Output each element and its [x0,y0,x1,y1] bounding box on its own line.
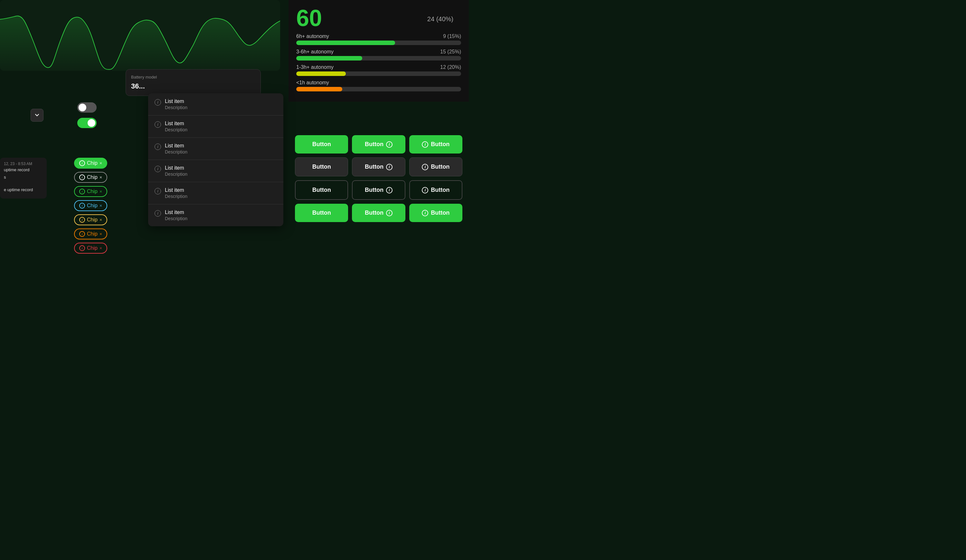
list-info-icon-4: i [154,188,161,194]
button-green-4[interactable]: Button [295,204,348,222]
stats-panel: 60 24 (40%) 6h+ autonomy 9 (15%) 3-6h+ a… [289,0,469,102]
list-item-5[interactable]: i List item Description [148,205,283,226]
autonomy-value-1: 9 (15%) [443,33,461,39]
waveform-svg [0,0,280,71]
log-text-2: s [4,175,43,180]
chip-close-4[interactable]: × [100,203,102,208]
list-item-title-3: List item [165,165,187,171]
autonomy-value-2: 15 (25%) [440,49,461,55]
chip-outline-orange[interactable]: i Chip × [74,229,107,239]
button-green-3[interactable]: i Button [409,135,462,154]
list-item-desc-2: Description [165,149,187,154]
button-green-1[interactable]: Button [295,135,348,154]
chip-label-7: Chip [87,245,98,251]
chip-close-2[interactable]: × [100,175,102,180]
autonomy-label-4: <1h autonomy [296,80,329,86]
button-label-green-5: Button [365,210,383,216]
list-item-1[interactable]: i List item Description [148,116,283,138]
list-item-title-4: List item [165,187,187,193]
chip-close-3[interactable]: × [100,189,102,194]
list-info-icon-2: i [154,144,161,150]
button-dark-3[interactable]: i Button [409,157,462,176]
toggle-knob-off [79,104,86,111]
autonomy-bar-fill-3 [296,72,346,76]
list-item-4[interactable]: i List item Description [148,182,283,205]
chip-info-icon-2: i [79,174,85,180]
button-label-outline-1: Button [312,187,331,193]
list-item-desc-4: Description [165,194,187,199]
button-info-icon-6: i [422,187,428,193]
list-item-2[interactable]: i List item Description [148,138,283,160]
chip-outline-white[interactable]: i Chip × [74,172,107,183]
chip-outline-red[interactable]: i Chip × [74,243,107,254]
chip-close-5[interactable]: × [100,217,102,223]
list-item-desc-0: Description [165,105,187,110]
battery-value: 36... [131,82,255,90]
chip-close-7[interactable]: × [100,246,102,251]
list-item-desc-3: Description [165,172,187,177]
chip-info-icon-4: i [79,203,85,208]
chip-label-1: Chip [87,160,98,166]
chip-info-icon-7: i [79,245,85,251]
chip-label-6: Chip [87,231,98,237]
button-label-green-1: Button [312,141,331,148]
chip-info-icon-5: i [79,217,85,223]
log-panel: 12, 23 - 8:53 AM uptime record s e uptim… [0,158,47,198]
battery-card: Battery model 36... [126,69,261,96]
autonomy-label-1: 6h+ autonomy [296,33,329,39]
chip-outline-blue[interactable]: i Chip × [74,200,107,211]
list-item-title-0: List item [165,98,187,104]
chip-close-1[interactable]: × [100,160,102,166]
button-label-green-4: Button [312,210,331,216]
list-item-desc-5: Description [165,216,187,221]
button-info-icon-8: i [422,210,428,216]
list-item-0[interactable]: i List item Description [148,93,283,116]
dropdown-button[interactable] [31,109,43,122]
button-green-5[interactable]: Button i [352,204,405,222]
list-info-icon-5: i [154,210,161,216]
stats-total: 24 (40%) [427,15,453,23]
button-label-green-6: Button [431,210,450,216]
list-item-3[interactable]: i List item Description [148,160,283,182]
toggle-on[interactable] [77,118,97,128]
button-label-outline-2: Button [365,187,383,193]
autonomy-bar-fill-4 [296,87,342,92]
list-item-text-4: List item Description [165,187,187,199]
button-info-icon-2: i [422,141,428,148]
button-outline-3[interactable]: i Button [409,180,462,200]
button-green-2[interactable]: Button i [352,135,405,154]
chip-close-6[interactable]: × [100,231,102,237]
chip-label-5: Chip [87,217,98,223]
button-outline-1[interactable]: Button [295,180,348,200]
button-info-icon-4: i [422,164,428,170]
toggle-off[interactable] [77,102,97,113]
autonomy-bar-fill-2 [296,56,362,61]
list-item-text-5: List item Description [165,210,187,221]
button-label-dark-3: Button [431,164,450,170]
chip-green-filled[interactable]: i Chip × [74,158,107,169]
button-label-dark-1: Button [312,164,331,170]
chip-outline-yellow[interactable]: i Chip × [74,215,107,225]
autonomy-row-3: 1-3h+ autonomy 12 (20%) [296,64,461,76]
list-item-text-1: List item Description [165,121,187,132]
stats-number: 60 [296,7,322,29]
button-dark-1[interactable]: Button [295,157,348,176]
chip-info-icon-6: i [79,231,85,237]
chip-outline-green[interactable]: i Chip × [74,186,107,197]
log-text-1: uptime record [4,167,43,172]
autonomy-bar-bg-3 [296,72,461,76]
autonomy-label-2: 3-6h+ autonomy [296,49,334,55]
autonomy-bar-fill-1 [296,41,395,45]
list-item-text-3: List item Description [165,165,187,177]
chips-area: i Chip × i Chip × i Chip × i Chip × i Ch… [74,158,107,254]
button-label-green-2: Button [365,141,383,148]
waveform-panel [0,0,280,71]
button-green-6[interactable]: i Button [409,204,462,222]
list-item-title-5: List item [165,210,187,215]
list-item-text-2: List item Description [165,143,187,154]
button-dark-2[interactable]: Button i [352,157,405,176]
autonomy-row-2: 3-6h+ autonomy 15 (25%) [296,49,461,61]
list-item-text-0: List item Description [165,98,187,110]
button-outline-2[interactable]: Button i [352,180,405,200]
log-time-1: 12, 23 - 8:53 AM [4,162,43,166]
